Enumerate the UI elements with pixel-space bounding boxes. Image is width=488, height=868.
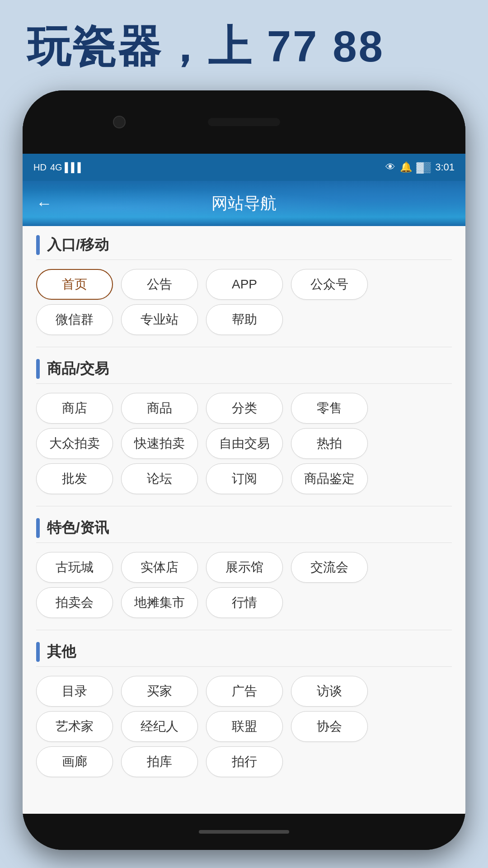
- nav-btn-访谈[interactable]: 访谈: [291, 676, 368, 707]
- speaker: [208, 118, 280, 126]
- nav-btn-专业站[interactable]: 专业站: [121, 304, 198, 335]
- alarm-icon: 🔔: [400, 161, 412, 173]
- button-row-trade-0: 商店商品分类零售: [36, 393, 452, 428]
- button-row-other-2: 画廊拍库拍行: [36, 746, 452, 782]
- nav-btn-快速拍卖[interactable]: 快速拍卖: [121, 428, 198, 459]
- section-entrance: 入口/移动首页公告APP公众号微信群专业站帮助: [23, 226, 465, 344]
- nav-btn-买家[interactable]: 买家: [121, 676, 198, 707]
- home-indicator: [199, 830, 289, 834]
- phone-screen: HD 4G ▌▌▌ 👁 🔔 ▓▒ 3:01 ← 网站导航 入口/移动首页公告AP…: [23, 154, 465, 814]
- divider-0: [36, 347, 452, 347]
- section-indicator-entrance: [36, 235, 40, 255]
- nav-btn-协会[interactable]: 协会: [291, 711, 368, 742]
- section-trade: 商品/交易商店商品分类零售大众拍卖快速拍卖自由交易热拍批发论坛订阅商品鉴定: [23, 350, 465, 503]
- status-left: HD 4G ▌▌▌: [33, 162, 84, 173]
- nav-btn-商品[interactable]: 商品: [121, 393, 198, 424]
- button-row-trade-2: 批发论坛订阅商品鉴定: [36, 463, 452, 499]
- nav-btn-首页[interactable]: 首页: [36, 269, 113, 300]
- nav-btn-展示馆[interactable]: 展示馆: [206, 552, 283, 583]
- nav-btn-论坛[interactable]: 论坛: [121, 463, 198, 494]
- nav-btn-拍行[interactable]: 拍行: [206, 746, 283, 777]
- phone-bezel-top: [23, 90, 465, 154]
- section-header-featured: 特色/资讯: [36, 518, 452, 543]
- section-title-entrance: 入口/移动: [47, 235, 109, 255]
- section-indicator-other: [36, 642, 40, 662]
- nav-btn-商店[interactable]: 商店: [36, 393, 113, 424]
- section-indicator-trade: [36, 359, 40, 379]
- nav-btn-商品鉴定[interactable]: 商品鉴定: [291, 463, 368, 494]
- button-row-entrance-0: 首页公告APP公众号: [36, 269, 452, 304]
- nav-btn-联盟[interactable]: 联盟: [206, 711, 283, 742]
- content-area[interactable]: 入口/移动首页公告APP公众号微信群专业站帮助商品/交易商店商品分类零售大众拍卖…: [23, 226, 465, 814]
- nav-btn-画廊[interactable]: 画廊: [36, 746, 113, 777]
- section-title-featured: 特色/资讯: [47, 518, 109, 538]
- nav-btn-订阅[interactable]: 订阅: [206, 463, 283, 494]
- nav-btn-帮助[interactable]: 帮助: [206, 304, 283, 335]
- button-row-other-0: 目录买家广告访谈: [36, 676, 452, 711]
- button-row-featured-1: 拍卖会地摊集市行情: [36, 587, 452, 623]
- nav-btn-交流会[interactable]: 交流会: [291, 552, 368, 583]
- tagline: 玩瓷器，上 77 88: [27, 18, 385, 77]
- divider-1: [36, 506, 452, 506]
- section-title-other: 其他: [47, 642, 76, 662]
- nav-btn-大众拍卖[interactable]: 大众拍卖: [36, 428, 113, 459]
- section-title-trade: 商品/交易: [47, 359, 109, 379]
- nav-btn-古玩城[interactable]: 古玩城: [36, 552, 113, 583]
- nav-btn-自由交易[interactable]: 自由交易: [206, 428, 283, 459]
- phone-bezel-bottom: [23, 814, 465, 850]
- clock: 3:01: [435, 161, 455, 173]
- section-header-trade: 商品/交易: [36, 359, 452, 384]
- nav-btn-拍库[interactable]: 拍库: [121, 746, 198, 777]
- nav-btn-艺术家[interactable]: 艺术家: [36, 711, 113, 742]
- section-indicator-featured: [36, 518, 40, 538]
- section-header-entrance: 入口/移动: [36, 235, 452, 260]
- button-row-entrance-1: 微信群专业站帮助: [36, 304, 452, 340]
- nav-btn-拍卖会[interactable]: 拍卖会: [36, 587, 113, 618]
- nav-btn-批发[interactable]: 批发: [36, 463, 113, 494]
- hd-badge: HD: [33, 162, 47, 173]
- nav-btn-经纪人[interactable]: 经纪人: [121, 711, 198, 742]
- battery-icon: ▓▒: [417, 161, 431, 173]
- section-header-other: 其他: [36, 642, 452, 667]
- eye-icon: 👁: [385, 161, 395, 173]
- camera-icon: [113, 116, 126, 128]
- nav-btn-热拍[interactable]: 热拍: [291, 428, 368, 459]
- phone-frame: HD 4G ▌▌▌ 👁 🔔 ▓▒ 3:01 ← 网站导航 入口/移动首页公告AP…: [23, 90, 465, 850]
- section-other: 其他目录买家广告访谈艺术家经纪人联盟协会画廊拍库拍行: [23, 633, 465, 786]
- back-button[interactable]: ←: [36, 194, 52, 213]
- button-row-other-1: 艺术家经纪人联盟协会: [36, 711, 452, 746]
- nav-btn-公众号[interactable]: 公众号: [291, 269, 368, 300]
- status-bar: HD 4G ▌▌▌ 👁 🔔 ▓▒ 3:01: [23, 154, 465, 181]
- nav-btn-APP[interactable]: APP: [206, 269, 283, 300]
- nav-btn-目录[interactable]: 目录: [36, 676, 113, 707]
- nav-btn-微信群[interactable]: 微信群: [36, 304, 113, 335]
- divider-2: [36, 630, 452, 630]
- nav-btn-分类[interactable]: 分类: [206, 393, 283, 424]
- nav-btn-实体店[interactable]: 实体店: [121, 552, 198, 583]
- nav-btn-地摊集市[interactable]: 地摊集市: [121, 587, 198, 618]
- button-row-featured-0: 古玩城实体店展示馆交流会: [36, 552, 452, 587]
- app-header: ← 网站导航: [23, 181, 465, 226]
- nav-btn-行情[interactable]: 行情: [206, 587, 283, 618]
- nav-btn-零售[interactable]: 零售: [291, 393, 368, 424]
- header-title: 网站导航: [211, 193, 277, 215]
- button-row-trade-1: 大众拍卖快速拍卖自由交易热拍: [36, 428, 452, 463]
- nav-btn-公告[interactable]: 公告: [121, 269, 198, 300]
- signal-icon: 4G ▌▌▌: [50, 162, 84, 173]
- nav-btn-广告[interactable]: 广告: [206, 676, 283, 707]
- section-featured: 特色/资讯古玩城实体店展示馆交流会拍卖会地摊集市行情: [23, 509, 465, 627]
- status-right: 👁 🔔 ▓▒ 3:01: [385, 161, 455, 173]
